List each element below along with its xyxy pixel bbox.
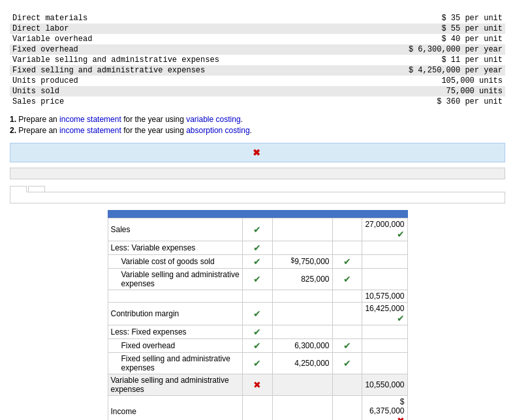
check-icon: ✔: [253, 243, 261, 253]
cost-info-table: Direct materials$ 35 per unitDirect labo…: [10, 13, 505, 107]
check-icon: ✔: [253, 340, 261, 351]
check-icon: ✔: [253, 224, 261, 235]
cost-value: $ 40 per unit: [282, 34, 505, 44]
instruction-1-num: 1.: [10, 115, 16, 124]
income-col1-check: ✔: [242, 303, 272, 325]
cost-value: $ 4,250,000 per year: [282, 65, 505, 76]
income-table: Sales ✔ 27,000,000 ✔ Less: Variable expe…: [108, 218, 408, 420]
income-row: Variable cost of goods sold ✔ $9,750,000…: [108, 255, 407, 269]
income-col2-val: 10,575,000: [362, 290, 407, 303]
income-col2-val: $ 6,375,000 ✖: [362, 396, 407, 421]
income-label: Variable selling and administrative expe…: [108, 269, 242, 290]
income-col1-check: [242, 396, 272, 421]
income-col2-check: ✔: [332, 255, 362, 269]
check-icon: ✔: [253, 327, 261, 337]
income-col1-val: 825,000: [272, 269, 332, 290]
income-label: Variable cost of goods sold: [108, 255, 242, 269]
cost-row: Direct materials$ 35 per unit: [10, 13, 505, 23]
income-row: Contribution margin ✔ 16,425,000 ✔: [108, 303, 407, 325]
correct-icon: ✔: [397, 313, 405, 323]
income-col2-check: [332, 325, 362, 339]
cost-value: $ 360 per unit: [282, 97, 505, 107]
alert-icon: ✖: [253, 147, 260, 158]
income-col1-val: 4,250,000: [272, 353, 332, 374]
cost-label: Units produced: [10, 76, 282, 86]
income-row: Fixed selling and administrative expense…: [108, 353, 407, 374]
tab-required2[interactable]: [28, 186, 45, 192]
check2-icon: ✔: [343, 256, 351, 267]
income-label: Fixed overhead: [108, 339, 242, 353]
income-col2-check: [332, 218, 362, 241]
cost-value: 105,000 units: [282, 76, 505, 86]
income-col2-val: [362, 255, 407, 269]
income-col2-val: [362, 241, 407, 255]
complete-message: [10, 168, 505, 179]
check-icon: ✔: [253, 256, 261, 267]
instruction-1-text: Prepare an income statement for the year…: [18, 115, 243, 124]
cost-label: Variable overhead: [10, 34, 282, 44]
income-row: Variable selling and administrative expe…: [108, 269, 407, 290]
income-col2-check: [332, 396, 362, 421]
tab-required1[interactable]: [10, 186, 27, 192]
tab-content: [10, 192, 505, 203]
income-col1-val: [272, 303, 332, 325]
check-icon: ✖: [253, 380, 261, 390]
income-col1-check: ✔: [242, 255, 272, 269]
cost-value: $ 11 per unit: [282, 55, 505, 65]
check-icon: ✔: [253, 274, 261, 284]
income-col2-check: ✔: [332, 339, 362, 353]
cost-label: Fixed overhead: [10, 44, 282, 55]
cost-label: Direct materials: [10, 13, 282, 23]
cost-label: Sales price: [10, 97, 282, 107]
cost-value: $ 35 per unit: [282, 13, 505, 23]
income-col2-check: ✔: [332, 269, 362, 290]
cost-label: Units sold: [10, 86, 282, 97]
income-col1-val: $9,750,000: [272, 255, 332, 269]
cost-label: Direct labor: [10, 23, 282, 34]
check2-icon: ✔: [343, 358, 351, 368]
income-col1-check: ✔: [242, 269, 272, 290]
cost-value: $ 6,300,000 per year: [282, 44, 505, 55]
income-col2-val: 10,550,000: [362, 374, 407, 396]
income-label: Less: Fixed expenses: [108, 325, 242, 339]
instruction-2-num: 2.: [10, 126, 16, 135]
income-col2-val: [362, 339, 407, 353]
income-col2-val: [362, 269, 407, 290]
income-col2-check: [332, 241, 362, 255]
check-icon: ✔: [253, 358, 261, 368]
income-col1-val: [272, 241, 332, 255]
income-col2-val: [362, 353, 407, 374]
income-col2-val: 27,000,000 ✔: [362, 218, 407, 241]
income-col1-check: ✖: [242, 374, 272, 396]
income-label: Contribution margin: [108, 303, 242, 325]
income-spacer-row: 10,575,000: [108, 290, 407, 303]
income-col1-check: ✔: [242, 353, 272, 374]
income-label: Income: [108, 396, 242, 421]
income-col1-val: 6,300,000: [272, 339, 332, 353]
check-icon: ✔: [253, 308, 261, 319]
income-statement-container: Sales ✔ 27,000,000 ✔ Less: Variable expe…: [108, 210, 408, 420]
cost-row: Fixed selling and administrative expense…: [10, 65, 505, 76]
income-col2-check: [332, 303, 362, 325]
cost-label: Fixed selling and administrative expense…: [10, 65, 282, 76]
income-col1-check: ✔: [242, 339, 272, 353]
cost-row: Direct labor$ 55 per unit: [10, 23, 505, 34]
income-label: Sales: [108, 218, 242, 241]
income-label: [108, 290, 242, 303]
incorrect-icon: ✖: [397, 415, 405, 420]
income-row: Income $ 6,375,000 ✖: [108, 396, 407, 421]
instruction-2-text: Prepare an income statement for the year…: [18, 126, 252, 135]
income-col2-check: [332, 374, 362, 396]
income-row: Variable selling and administrative expe…: [108, 374, 407, 396]
alert-box: ✖: [10, 143, 505, 162]
income-col2-check: [332, 290, 362, 303]
income-col1-check: ✔: [242, 218, 272, 241]
income-row: Less: Variable expenses ✔: [108, 241, 407, 255]
income-col1-val: [272, 325, 332, 339]
cost-row: Variable selling and administrative expe…: [10, 55, 505, 65]
income-label: Variable selling and administrative expe…: [108, 374, 242, 396]
income-col1-val: [272, 218, 332, 241]
cost-row: Variable overhead$ 40 per unit: [10, 34, 505, 44]
instructions: 1. Prepare an income statement for the y…: [10, 115, 505, 135]
income-label: Less: Variable expenses: [108, 241, 242, 255]
